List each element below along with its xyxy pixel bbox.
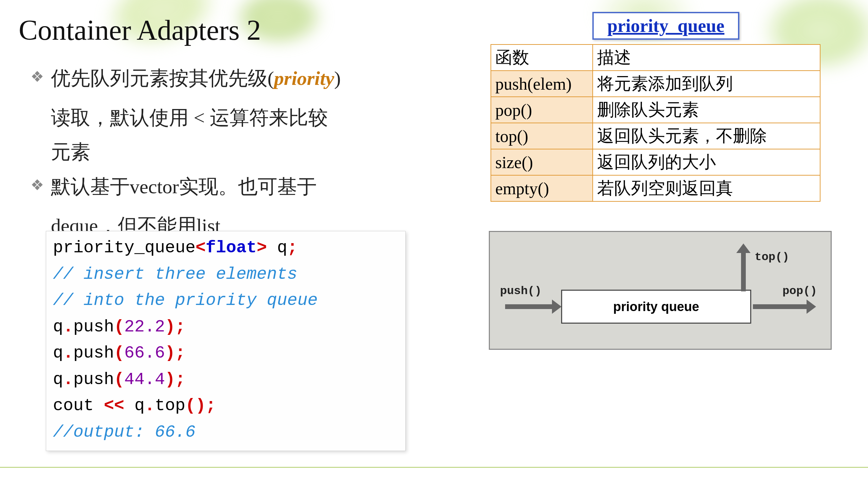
code-line: q.push(44.4); [53,366,399,393]
diagram-label-top: top() [755,251,789,264]
bullet-marker-icon: ❖ [31,172,44,198]
api-table: 函数 描述 push(elem)将元素添加到队列 pop()删除队头元素 top… [491,44,820,202]
table-title: priority_queue [592,12,739,40]
bullet-cont: 读取，默认使用 < 运算符来比较 [31,101,431,135]
table-row: pop()删除队头元素 [491,97,820,123]
table-cell-desc: 返回队列的大小 [593,149,820,175]
bullet-cont: 元素 [31,135,431,169]
diagram-label-push: push() [500,285,541,297]
table-cell-desc: 删除队头元素 [593,97,820,123]
diagram-label-pop: pop() [782,285,817,297]
arrow-right-icon [505,304,553,309]
bullet-text: 优先队列元素按其优先级( [51,67,274,89]
divider [0,467,868,468]
priority-queue-diagram: push() priority queue top() pop() [489,231,832,350]
table-cell-desc: 将元素添加到队列 [593,71,820,97]
table-row: push(elem)将元素添加到队列 [491,71,820,97]
code-line: priority_queue<float> q; [53,235,399,261]
table-row: empty()若队列空则返回真 [491,175,820,201]
code-line: cout << q.top(); [53,393,399,419]
arrow-up-icon [741,252,746,291]
bullet-marker-icon: ❖ [31,64,44,90]
code-block: priority_queue<float> q; // insert three… [46,231,406,451]
code-line: // into the priority queue [53,287,399,314]
table-cell-desc: 返回队头元素，不删除 [593,123,820,149]
slide-title: Container Adapters 2 [19,14,261,47]
bullet-text: 实现。也可基于 [179,176,317,198]
table-row: top()返回队头元素，不删除 [491,123,820,149]
table-cell-fn: push(elem) [491,71,593,97]
diagram-box: priority queue [561,290,751,324]
table-cell-fn: top() [491,123,593,149]
code-line: q.push(22.2); [53,314,399,340]
bullet-item: ❖ 默认基于vector实现。也可基于 [31,169,431,204]
bullet-text: vector [130,176,179,198]
table-header-row: 函数 描述 [491,44,820,71]
table-header: 函数 [491,44,593,71]
code-line: // insert three elements [53,261,399,288]
table-header: 描述 [593,44,820,71]
code-line: //output: 66.6 [53,419,399,446]
table-row: size()返回队列的大小 [491,149,820,175]
priority-word: priority [274,67,334,89]
bullet-list: ❖ 优先队列元素按其优先级(priority) 读取，默认使用 < 运算符来比较… [31,61,431,243]
code-line: q.push(66.6); [53,340,399,366]
table-cell-desc: 若队列空则返回真 [593,175,820,201]
table-cell-fn: pop() [491,97,593,123]
bullet-text: ) [334,67,341,89]
table-cell-fn: empty() [491,175,593,201]
bullet-item: ❖ 优先队列元素按其优先级(priority) [31,61,431,96]
arrow-right-icon [753,304,807,309]
bullet-text: 默认基于 [51,176,130,198]
table-cell-fn: size() [491,149,593,175]
